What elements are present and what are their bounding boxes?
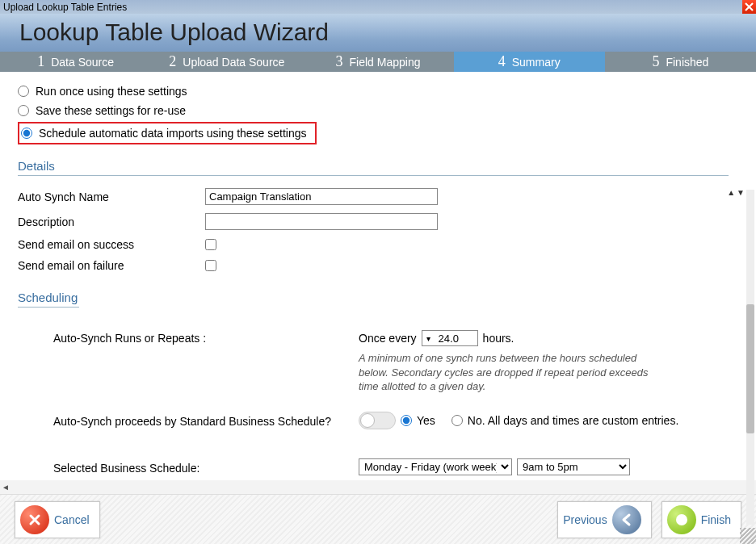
run-option-save[interactable]: Save these settings for re-use — [18, 101, 738, 120]
titlebar: Upload Lookup Table Entries — [0, 0, 756, 14]
chevron-left-icon[interactable]: ◄ — [2, 483, 10, 492]
auto-synch-name-input[interactable] — [205, 188, 438, 205]
label-yes: Yes — [417, 414, 435, 427]
vertical-scrollbar[interactable] — [746, 190, 754, 525]
schedule-hours-select[interactable]: 9am to 5pm — [517, 458, 630, 475]
finish-label: Finish — [701, 513, 731, 526]
label-auto-synch-name: Auto Synch Name — [18, 190, 205, 203]
scheduling-hint: A minimum of one synch runs between the … — [359, 351, 649, 394]
section-details: Details — [18, 159, 729, 176]
step-number: 3 — [336, 53, 343, 70]
footer: Cancel Previous Finish — [0, 494, 756, 544]
step-field-mapping[interactable]: 3Field Mapping — [302, 52, 453, 72]
schedule-days-select[interactable]: Monday - Friday (work week) — [359, 458, 512, 475]
label-runs-repeats: Auto-Synch Runs or Repeats : — [53, 330, 359, 345]
step-label: Field Mapping — [350, 56, 421, 69]
close-icon — [745, 2, 754, 11]
finish-icon — [667, 505, 696, 534]
radio-yes[interactable] — [401, 415, 412, 426]
step-number: 5 — [652, 53, 659, 70]
horizontal-scrollbar[interactable]: ◄ ► — [0, 480, 756, 494]
radio-label: Save these settings for re-use — [36, 104, 186, 117]
label-selected-schedule: Selected Business Schedule: — [53, 460, 359, 475]
step-label: Upload Data Source — [183, 56, 284, 69]
section-scheduling: Scheduling — [18, 291, 79, 308]
window-title: Upload Lookup Table Entries — [3, 2, 127, 13]
radio-label: Schedule automatic data imports using th… — [39, 127, 307, 140]
radio-label: Run once using these settings — [36, 85, 187, 98]
email-success-checkbox[interactable] — [205, 239, 216, 250]
hours-value: 24.0 — [435, 333, 477, 345]
step-number: 2 — [169, 53, 176, 70]
description-input[interactable] — [205, 213, 438, 230]
step-label: Data Source — [51, 56, 114, 69]
step-upload-data-source[interactable]: 2Upload Data Source — [151, 52, 302, 72]
step-number: 4 — [498, 53, 506, 70]
label-email-success: Send email on success — [18, 238, 205, 251]
step-number: 1 — [37, 53, 44, 70]
run-option-once[interactable]: Run once using these settings — [18, 82, 738, 101]
radio-save-settings[interactable] — [18, 105, 29, 116]
highlighted-option: Schedule automatic data imports using th… — [18, 122, 317, 144]
scheduling-form: Auto-Synch Runs or Repeats : Once every … — [18, 308, 738, 480]
main-content: Run once using these settings Save these… — [0, 72, 756, 480]
step-label: Summary — [512, 56, 561, 69]
previous-label: Previous — [563, 513, 607, 526]
banner: Lookup Table Upload Wizard — [0, 14, 756, 52]
resize-grip-icon[interactable] — [740, 528, 756, 544]
wizard-title: Lookup Table Upload Wizard — [19, 19, 329, 46]
close-button[interactable] — [742, 0, 756, 14]
previous-button[interactable]: Previous — [557, 501, 651, 538]
radio-schedule-imports[interactable] — [21, 128, 32, 139]
label-description: Description — [18, 216, 205, 228]
label-once-every: Once every — [359, 332, 417, 345]
email-failure-checkbox[interactable] — [205, 260, 216, 271]
label-email-failure: Send email on failure — [18, 259, 205, 272]
yes-no-toggle[interactable] — [359, 412, 396, 429]
run-option-schedule[interactable]: Schedule automatic data imports using th… — [21, 127, 307, 140]
wizard-steps: 1Data Source 2Upload Data Source 3Field … — [0, 52, 756, 72]
cancel-icon — [20, 505, 49, 534]
step-label: Finished — [666, 56, 708, 69]
step-finished[interactable]: 5Finished — [605, 52, 756, 72]
scrollbar-thumb[interactable] — [746, 304, 754, 433]
label-standard-schedule: Auto-Synch proceeds by Standard Business… — [53, 413, 359, 428]
chevron-down-icon[interactable]: ▾ — [422, 334, 435, 343]
finish-button[interactable]: Finish — [662, 501, 741, 538]
step-summary[interactable]: 4Summary — [454, 52, 605, 72]
radio-run-once[interactable] — [18, 86, 29, 97]
step-data-source[interactable]: 1Data Source — [0, 52, 151, 72]
label-no: No. All days and times are custom entrie… — [468, 414, 678, 427]
cancel-button[interactable]: Cancel — [15, 501, 100, 538]
hours-stepper[interactable]: ▾ 24.0 — [422, 330, 478, 346]
cancel-label: Cancel — [54, 513, 90, 526]
label-hours-unit: hours. — [483, 332, 514, 345]
radio-no[interactable] — [452, 415, 463, 426]
details-form: Auto Synch Name Description Send email o… — [18, 184, 738, 276]
arrow-left-icon — [612, 505, 641, 534]
